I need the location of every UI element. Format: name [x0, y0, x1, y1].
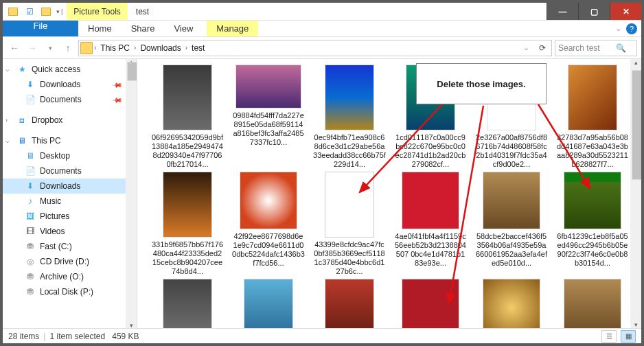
scroll-thumb[interactable] — [632, 70, 641, 180]
file-item[interactable] — [312, 279, 387, 328]
properties-icon[interactable]: ☑ — [23, 5, 36, 18]
file-item[interactable] — [231, 279, 306, 328]
search-box[interactable]: 🔍 — [555, 40, 637, 56]
scroll-down-icon[interactable]: ▾ — [126, 322, 137, 328]
file-name[interactable]: 32783d7a95ab56b08dd41687e63a043e3baa8289… — [555, 133, 630, 169]
nav-pc-cddrive[interactable]: ◎ CD Drive (D:) — [3, 254, 137, 269]
nav-quick-access[interactable]: ⌵ ★ Quick access — [3, 62, 137, 77]
nav-pc-pictures[interactable]: 🖼 Pictures — [3, 209, 137, 224]
file-thumbnail[interactable] — [483, 172, 540, 229]
expand-icon[interactable]: ⌵ — [5, 137, 14, 144]
breadcrumb[interactable]: Downloads — [137, 43, 183, 53]
help-icon[interactable]: ? — [626, 23, 637, 34]
scroll-down-icon[interactable]: ▾ — [630, 321, 641, 328]
breadcrumb-sep[interactable]: › — [185, 44, 187, 51]
file-name[interactable]: 43399e8cfdc9ac47fc0bf385b3669ecf51181c37… — [312, 240, 387, 276]
scroll-up-icon[interactable]: ▴ — [630, 59, 641, 66]
ribbon-collapse-icon[interactable]: ⌵ — [614, 21, 623, 36]
nav-dropbox[interactable]: › ⧈ Dropbox — [3, 113, 137, 128]
maximize-button[interactable]: ▢ — [578, 3, 610, 20]
file-name[interactable]: 6fb41239c1eb8f5a05ed496cc2945b6b05e90f22… — [555, 232, 630, 268]
nav-pc-desktop[interactable]: 🖥 Desktop — [3, 148, 137, 163]
file-item[interactable]: 58dcbe2baccef436f53564b06af4935e59a66006… — [474, 172, 549, 276]
nav-pc-localdisk[interactable]: ⛃ Local Disk (P:) — [3, 284, 137, 299]
file-name[interactable]: 0ec9f4bfb71ea908c68d6ce3d1c29abe56a33eed… — [312, 133, 387, 169]
file-name[interactable]: 2e3267a00af8756df86716b74d48608f58fc2b1d… — [474, 133, 549, 169]
nav-recent-button[interactable]: ▾ — [43, 41, 58, 56]
file-item[interactable]: 331b9f6857bb67f176480ca44f23335ded215ceb… — [150, 172, 225, 276]
nav-pc-archive[interactable]: ⛃ Archive (O:) — [3, 269, 137, 284]
file-thumbnail[interactable] — [402, 172, 459, 229]
file-name[interactable]: 331b9f6857bb67f176480ca44f23335ded215ceb… — [150, 240, 225, 276]
file-thumbnail[interactable] — [483, 279, 540, 328]
file-menu[interactable]: File — [3, 21, 78, 36]
nav-pc-downloads[interactable]: ⬇ Downloads — [3, 178, 137, 194]
nav-pc-drive-c[interactable]: ⛃ Fast (C:) — [3, 239, 137, 254]
file-name[interactable]: 1cd011187c0a00cc9bc822c670e95bc0c0ec2874… — [393, 133, 468, 169]
nav-back-button[interactable]: ← — [7, 41, 22, 56]
close-button[interactable]: ✕ — [610, 3, 641, 20]
tab-share[interactable]: Share — [122, 21, 165, 36]
file-thumbnail[interactable] — [325, 279, 374, 328]
expand-icon[interactable]: › — [5, 117, 14, 124]
file-thumbnail[interactable] — [163, 65, 212, 130]
nav-forward-button[interactable]: → — [25, 41, 40, 56]
view-thumbnails-button[interactable]: ▦ — [621, 330, 636, 343]
file-thumbnail[interactable] — [325, 65, 374, 130]
nav-pc-documents[interactable]: 📄 Documents — [3, 163, 137, 178]
file-thumbnail[interactable] — [163, 172, 212, 238]
file-name[interactable]: 06f92695342059d9bf13884a185e29494748d209… — [150, 133, 225, 169]
file-thumbnail[interactable] — [163, 279, 212, 328]
file-thumbnail[interactable] — [235, 65, 301, 108]
nav-qa-downloads[interactable]: ⬇ Downloads 📌 — [3, 77, 137, 92]
file-item[interactable]: 42f92ee8677698d6e1e9c7cd094e6611d00dbc52… — [231, 172, 306, 276]
file-item[interactable]: 43399e8cfdc9ac47fc0bf385b3669ecf51181c37… — [312, 172, 387, 276]
file-item[interactable] — [555, 279, 630, 328]
file-name[interactable]: 4ae0f41fbf4a4f1159c56eeb52b3d2138804507 … — [393, 232, 468, 268]
file-thumbnail[interactable] — [244, 279, 293, 328]
file-thumbnail[interactable] — [240, 172, 297, 229]
file-name[interactable]: 09884fd54fff7da227e8915e05da68f59114a816… — [231, 111, 306, 147]
file-item[interactable]: 0ec9f4bfb71ea908c68d6ce3d1c29abe56a33eed… — [312, 65, 387, 169]
file-item[interactable]: 6fb41239c1eb8f5a05ed496cc2945b6b05e90f22… — [555, 172, 630, 276]
tab-home[interactable]: Home — [78, 21, 122, 36]
address-box[interactable]: › This PC › Downloads › test ⌵ ⟳ — [78, 40, 552, 56]
file-thumbnail[interactable] — [402, 279, 459, 328]
breadcrumb-sep[interactable]: › — [134, 44, 136, 51]
minimize-button[interactable]: — — [547, 3, 578, 20]
tab-manage[interactable]: Manage — [207, 21, 258, 36]
file-item[interactable] — [474, 279, 549, 328]
view-details-button[interactable]: ☰ — [601, 330, 617, 343]
file-item[interactable]: 06f92695342059d9bf13884a185e29494748d209… — [150, 65, 225, 169]
file-name[interactable]: 42f92ee8677698d6e1e9c7cd094e6611d00dbc52… — [231, 232, 306, 268]
nav-qa-documents[interactable]: 📄 Documents 📌 — [3, 92, 137, 107]
file-item[interactable] — [393, 279, 468, 328]
breadcrumb[interactable]: test — [189, 43, 207, 53]
address-dropdown-icon[interactable]: ⌵ — [518, 45, 533, 51]
sidebar-scrollbar[interactable]: ▴ ▾ — [126, 59, 137, 328]
file-thumbnail[interactable] — [568, 65, 617, 130]
file-item[interactable]: 09884fd54fff7da227e8915e05da68f59114a816… — [231, 65, 306, 169]
tab-view[interactable]: View — [164, 21, 203, 36]
file-name[interactable]: 58dcbe2baccef436f53564b06af4935e59a66006… — [474, 232, 549, 268]
nav-up-button[interactable]: ↑ — [60, 41, 76, 56]
file-thumbnail[interactable] — [564, 279, 621, 328]
file-item[interactable]: 4ae0f41fbf4a4f1159c56eeb52b3d2138804507 … — [393, 172, 468, 276]
nav-pc-videos[interactable]: 🎞 Videos — [3, 224, 137, 239]
nav-this-pc[interactable]: ⌵ 🖥 This PC — [3, 133, 137, 148]
main-scrollbar[interactable]: ▴ ▾ — [630, 59, 641, 328]
search-icon[interactable]: 🔍 — [616, 43, 626, 53]
file-thumbnail[interactable] — [564, 172, 621, 229]
file-thumbnail[interactable] — [325, 172, 374, 238]
scroll-thumb[interactable] — [127, 62, 137, 81]
search-input[interactable] — [558, 43, 613, 53]
expand-icon[interactable]: ⌵ — [5, 66, 14, 73]
new-folder-icon[interactable] — [40, 5, 52, 18]
file-item[interactable] — [150, 279, 225, 328]
breadcrumb-sep[interactable]: › — [94, 44, 96, 51]
breadcrumb[interactable]: This PC — [97, 43, 133, 53]
file-list-pane[interactable]: 06f92695342059d9bf13884a185e29494748d209… — [137, 59, 641, 328]
file-item[interactable]: 32783d7a95ab56b08dd41687e63a043e3baa8289… — [555, 65, 630, 169]
nav-pc-music[interactable]: ♪ Music — [3, 194, 137, 209]
qat-customize-icon[interactable]: ▾ — [56, 8, 60, 15]
